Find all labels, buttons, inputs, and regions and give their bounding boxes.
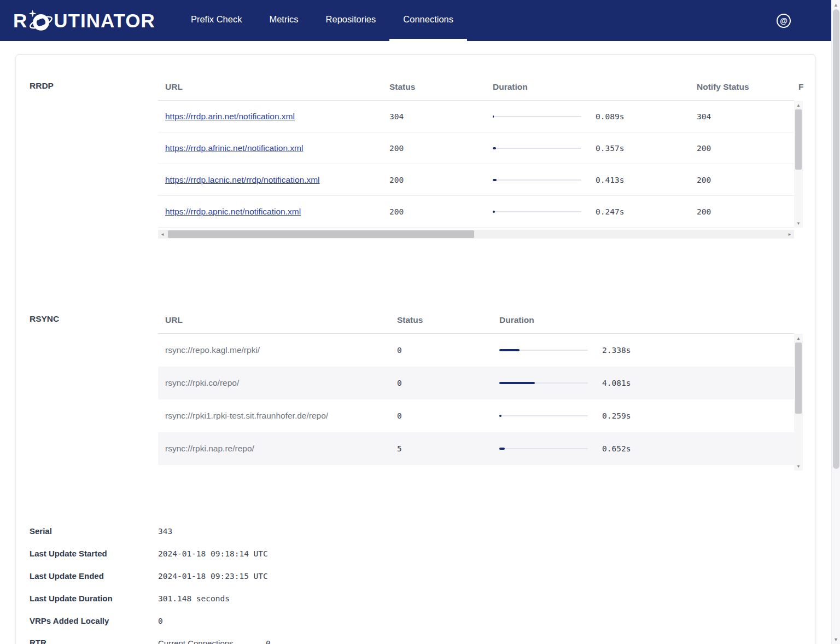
rrdp-table-body: https://rrdp.arin.net/notification.xml 3… xyxy=(158,101,794,228)
rsync-url: rsync://repo.kagl.me/rpki/ xyxy=(165,345,397,355)
table-row: rsync://repo.kagl.me/rpki/ 0 2.338s xyxy=(158,334,794,367)
rsync-duration-value: 2.338s xyxy=(602,346,631,355)
rrdp-vertical-scrollbar[interactable]: ▲ ▼ xyxy=(794,101,803,228)
stat-row-rtr: RTR Current Connections 0 Bytes Read 3,5… xyxy=(30,632,815,644)
rrdp-duration-cell: 0.413s xyxy=(493,176,697,184)
scroll-up-icon[interactable]: ▲ xyxy=(794,334,803,343)
scroll-left-icon[interactable]: ◄ xyxy=(158,230,167,239)
rrdp-url-link[interactable]: https://rrdp.arin.net/notification.xml xyxy=(165,112,295,121)
page-scrollbar-thumb[interactable] xyxy=(833,9,839,469)
tab-metrics[interactable]: Metrics xyxy=(255,0,312,41)
stats-section: Serial 343 Last Update Started 2024-01-1… xyxy=(30,520,815,644)
table-row: rsync://rpki.nap.re/repo/ 5 0.652s xyxy=(158,432,794,465)
rrdp-vertical-scrollbar-thumb[interactable] xyxy=(795,109,802,170)
table-row: https://rrdp.apnic.net/notification.xml … xyxy=(158,196,794,228)
rrdp-duration-cell: 0.089s xyxy=(493,112,697,121)
rrdp-status: 200 xyxy=(389,207,493,216)
rrdp-notify-status: 304 xyxy=(697,112,794,121)
logo-text: R UTINATOR xyxy=(13,8,155,33)
rrdp-duration-value: 0.413s xyxy=(596,176,624,184)
rrdp-table-header: URL Status Duration Notify Status F xyxy=(158,74,803,100)
navbar: R UTINATOR Prefix Check Metrics Reposito… xyxy=(0,0,831,41)
rrdp-horizontal-scrollbar-thumb[interactable] xyxy=(168,230,474,238)
rsync-vertical-scrollbar[interactable]: ▲ ▼ xyxy=(794,334,803,471)
nav-right: @ xyxy=(777,0,831,41)
rrdp-section: RRDP URL Status Duration Notify Status F… xyxy=(30,55,815,239)
logo-letter-r: R xyxy=(13,10,27,32)
rrdp-duration-cell: 0.357s xyxy=(493,144,697,153)
rtr-sub-label: Current Connections xyxy=(158,639,266,644)
rsync-header-status: Status xyxy=(397,315,499,325)
rrdp-url-link[interactable]: https://rrdp.lacnic.net/rrdp/notificatio… xyxy=(165,175,320,184)
scroll-down-icon[interactable]: ▼ xyxy=(794,219,803,228)
rrdp-url-link[interactable]: https://rrdp.apnic.net/notification.xml xyxy=(165,207,301,216)
stat-row-last-update-duration: Last Update Duration 301.148 seconds xyxy=(30,587,815,610)
rrdp-section-label: RRDP xyxy=(30,55,158,239)
rsync-duration-value: 0.652s xyxy=(602,444,631,453)
rrdp-duration-value: 0.247s xyxy=(596,207,624,216)
scroll-down-icon[interactable]: ▼ xyxy=(794,462,803,471)
tab-repositories[interactable]: Repositories xyxy=(312,0,390,41)
page-vertical-scrollbar[interactable]: ▲ ▼ xyxy=(831,0,840,644)
logo[interactable]: R UTINATOR xyxy=(0,0,177,41)
rsync-status: 5 xyxy=(397,444,499,453)
rrdp-url-link[interactable]: https://rrdp.afrinic.net/notification.xm… xyxy=(165,143,303,153)
rrdp-duration-value: 0.089s xyxy=(596,112,624,121)
at-circle-icon[interactable]: @ xyxy=(777,14,791,28)
rsync-url: rsync://rpki1.rpki-test.sit.fraunhofer.d… xyxy=(165,411,397,421)
stat-value: 2024-01-18 09:23:15 UTC xyxy=(158,572,815,581)
rsync-vertical-scrollbar-thumb[interactable] xyxy=(795,343,802,414)
stat-row-serial: Serial 343 xyxy=(30,520,815,542)
rrdp-header-clipped: F xyxy=(798,82,816,92)
scroll-right-icon[interactable]: ► xyxy=(785,230,794,239)
scroll-down-icon[interactable]: ▼ xyxy=(832,635,840,644)
rrdp-status: 304 xyxy=(389,112,493,121)
stat-value: 301.148 seconds xyxy=(158,594,815,603)
rsync-section: RSYNC URL Status Duration rsync://repo.k… xyxy=(30,288,815,471)
rrdp-status: 200 xyxy=(389,176,493,184)
duration-bar xyxy=(493,115,581,118)
rrdp-header-url: URL xyxy=(165,82,389,92)
duration-bar xyxy=(499,382,588,385)
nav-tabs: Prefix Check Metrics Repositories Connec… xyxy=(177,0,467,41)
rsync-status: 0 xyxy=(397,379,499,387)
rrdp-duration-cell: 0.247s xyxy=(493,207,697,216)
stat-label: Last Update Started xyxy=(30,549,158,558)
tab-connections[interactable]: Connections xyxy=(389,0,467,41)
rsync-duration-value: 0.259s xyxy=(602,411,631,420)
duration-bar xyxy=(493,178,581,181)
rrdp-notify-status: 200 xyxy=(697,144,794,153)
rsync-duration-cell: 0.652s xyxy=(499,444,718,453)
rrdp-status: 200 xyxy=(389,144,493,153)
logo-letters-rest: UTINATOR xyxy=(54,10,155,32)
rrdp-horizontal-scrollbar[interactable]: ◄ ► xyxy=(158,230,794,239)
rrdp-header-duration: Duration xyxy=(493,82,697,92)
duration-bar xyxy=(499,349,588,352)
table-row: https://rrdp.afrinic.net/notification.xm… xyxy=(158,132,794,164)
rrdp-notify-status: 200 xyxy=(697,176,794,184)
scroll-up-icon[interactable]: ▲ xyxy=(832,0,840,9)
page: R UTINATOR Prefix Check Metrics Reposito… xyxy=(0,0,831,644)
tab-prefix-check[interactable]: Prefix Check xyxy=(177,0,256,41)
rtr-subtable: Current Connections 0 Bytes Read 3,532 xyxy=(158,632,815,644)
stat-row-vrps-added-locally: VRPs Added Locally 0 xyxy=(30,610,815,632)
rsync-section-label: RSYNC xyxy=(30,288,158,471)
rsync-url: rsync://rpki.co/repo/ xyxy=(165,378,397,388)
table-row: rsync://rpki.co/repo/ 0 4.081s xyxy=(158,367,794,399)
rsync-duration-cell: 2.338s xyxy=(499,346,718,355)
table-row: https://rrdp.lacnic.net/rrdp/notificatio… xyxy=(158,164,794,196)
rtr-label: RTR xyxy=(30,632,158,644)
rsync-status: 0 xyxy=(397,411,499,420)
logo-orbit-icon xyxy=(28,9,53,34)
rsync-table-header: URL Status Duration xyxy=(158,307,803,333)
rsync-duration-cell: 4.081s xyxy=(499,379,718,387)
duration-bar xyxy=(493,210,581,213)
stat-row-last-update-started: Last Update Started 2024-01-18 09:18:14 … xyxy=(30,542,815,565)
duration-bar xyxy=(493,147,581,149)
connections-card: RRDP URL Status Duration Notify Status F… xyxy=(15,54,816,644)
rrdp-notify-status: 200 xyxy=(697,207,794,216)
scroll-up-icon[interactable]: ▲ xyxy=(794,101,803,109)
stat-label: Serial xyxy=(30,526,158,536)
rsync-table: URL Status Duration rsync://repo.kagl.me… xyxy=(158,288,803,471)
rsync-status: 0 xyxy=(397,346,499,355)
